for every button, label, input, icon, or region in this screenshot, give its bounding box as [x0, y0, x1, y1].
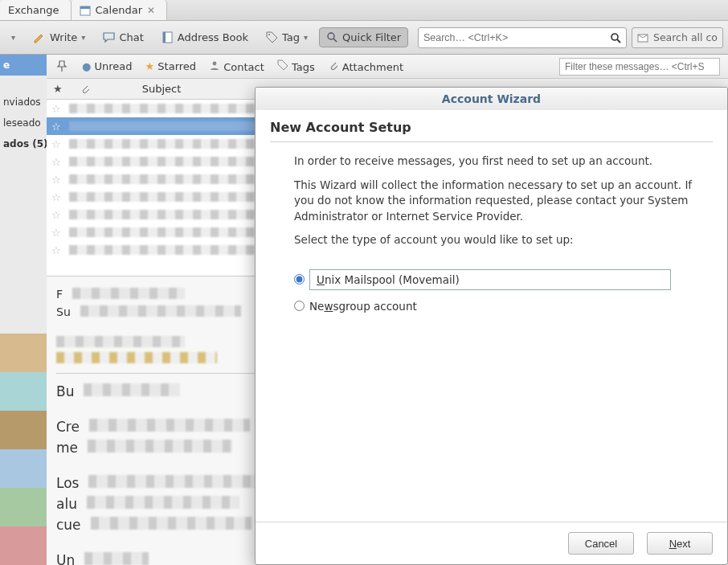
tag-colors [0, 334, 47, 565]
account-wizard-dialog: Account Wizard New Account Setup In orde… [255, 87, 728, 565]
get-mail-button[interactable]: ▾ [5, 30, 22, 45]
accounts-icon [637, 32, 648, 43]
tag-button[interactable]: Tag▾ [260, 28, 314, 47]
pin-icon[interactable] [55, 59, 69, 74]
tab-exchange-label: Exchange [8, 4, 59, 16]
dialog-description: In order to receive messages, you first … [270, 154, 713, 256]
filter-attachment[interactable]: Attachment [328, 59, 403, 73]
paperclip-icon [328, 59, 339, 71]
radio-newsgroup[interactable] [294, 301, 305, 311]
quick-filter-bar: ● Unread ★ Starred Contact Tags [47, 55, 728, 79]
quickfilter-button[interactable]: Quick Filter [319, 27, 408, 47]
chat-label: Chat [119, 31, 143, 43]
col-attachment-icon[interactable] [80, 84, 91, 94]
filter-input[interactable] [559, 58, 720, 76]
tab-calendar[interactable]: Calendar ✕ [72, 0, 168, 20]
option-unix-mailspool[interactable]: UUnix Mailspool (Movemail)nix Mailspool … [294, 269, 713, 290]
dot-icon: ● [82, 60, 91, 72]
preview-text: Un [56, 552, 75, 565]
search-box[interactable] [418, 27, 627, 48]
search-icon[interactable] [610, 32, 621, 43]
folder-sidebar: e nviados leseado ados (5) [0, 55, 47, 565]
preview-text: Bu [56, 383, 74, 399]
svg-line-8 [617, 39, 620, 43]
tag-color-brown[interactable] [0, 411, 47, 449]
option-newsgroup-label: Newsgroup account [309, 300, 417, 313]
search-scope-label: Search all co [653, 31, 718, 43]
svg-point-5 [328, 33, 334, 39]
addressbook-icon [162, 31, 174, 43]
folder-inbox[interactable]: e [0, 55, 47, 76]
cancel-button[interactable]: Cancel [568, 532, 634, 555]
preview-text: me [56, 440, 78, 456]
next-button[interactable]: Next [647, 532, 713, 555]
preview-text: Los [56, 475, 79, 491]
preview-text: alu [56, 496, 77, 512]
preview-subject-label: Su [56, 305, 71, 318]
folder-deseado[interactable]: leseado [0, 113, 47, 133]
tag-color-teal[interactable] [0, 372, 47, 411]
tag-color-red[interactable] [0, 526, 47, 565]
tag-label: Tag [282, 31, 300, 43]
filter-contact[interactable]: Contact [209, 59, 264, 73]
preview-text: Cre [56, 419, 80, 435]
account-type-options: UUnix Mailspool (Movemail)nix Mailspool … [294, 269, 713, 322]
star-icon: ★ [145, 60, 155, 72]
chat-icon [103, 31, 115, 43]
dialog-para-1: In order to receive messages, you first … [294, 154, 697, 170]
svg-point-4 [268, 34, 270, 35]
option-newsgroup[interactable]: Newsgroup account [294, 300, 713, 313]
tag-icon [277, 59, 288, 71]
dialog-section-title: New Account Setup [270, 117, 713, 142]
dialog-title: Account Wizard [256, 88, 727, 110]
svg-rect-1 [80, 6, 90, 9]
filter-starred[interactable]: ★ Starred [145, 60, 197, 72]
addressbook-label: Address Book [178, 31, 248, 43]
magnifier-icon [326, 31, 338, 43]
pencil-icon [33, 31, 46, 44]
filter-tags[interactable]: Tags [277, 59, 315, 73]
folder-ados[interactable]: ados (5) [0, 133, 47, 154]
svg-rect-3 [163, 32, 166, 43]
folder-enviados[interactable]: nviados [0, 92, 47, 113]
tag-color-green[interactable] [0, 488, 47, 526]
tab-exchange[interactable]: Exchange [0, 0, 72, 20]
contact-icon [209, 59, 220, 71]
tag-color-blue[interactable] [0, 449, 47, 488]
chat-button[interactable]: Chat [96, 28, 149, 47]
radio-unix-mailspool[interactable] [294, 274, 305, 285]
svg-point-10 [213, 62, 217, 66]
tag-icon [266, 31, 278, 43]
calendar-icon [80, 5, 91, 16]
search-input[interactable] [423, 32, 610, 43]
write-label: Write [50, 31, 77, 43]
quickfilter-label: Quick Filter [342, 31, 401, 43]
addressbook-button[interactable]: Address Book [155, 28, 255, 47]
col-subject[interactable]: Subject [142, 83, 182, 95]
tab-bar: Exchange Calendar ✕ [0, 0, 728, 21]
write-button[interactable]: Write▾ [27, 28, 92, 47]
dialog-footer: Cancel Next [256, 522, 727, 564]
tab-calendar-label: Calendar [96, 4, 142, 16]
dialog-para-2: This Wizard will collect the information… [294, 178, 697, 225]
search-scope-dropdown[interactable]: Search all co [632, 27, 723, 48]
preview-text: cue [56, 517, 81, 533]
dialog-para-3: Select the type of account you would lik… [294, 232, 697, 248]
svg-line-6 [333, 39, 337, 42]
preview-from-label: F [56, 288, 63, 301]
svg-point-7 [611, 34, 618, 40]
filter-unread[interactable]: ● Unread [82, 60, 133, 72]
option-unix-label: UUnix Mailspool (Movemail)nix Mailspool … [309, 269, 671, 290]
tag-color-tan[interactable] [0, 334, 47, 372]
close-icon[interactable]: ✕ [147, 5, 155, 16]
toolbar: ▾ Write▾ Chat Address Book Tag▾ Quick Fi… [0, 21, 728, 55]
col-star-icon[interactable]: ★ [53, 83, 63, 95]
